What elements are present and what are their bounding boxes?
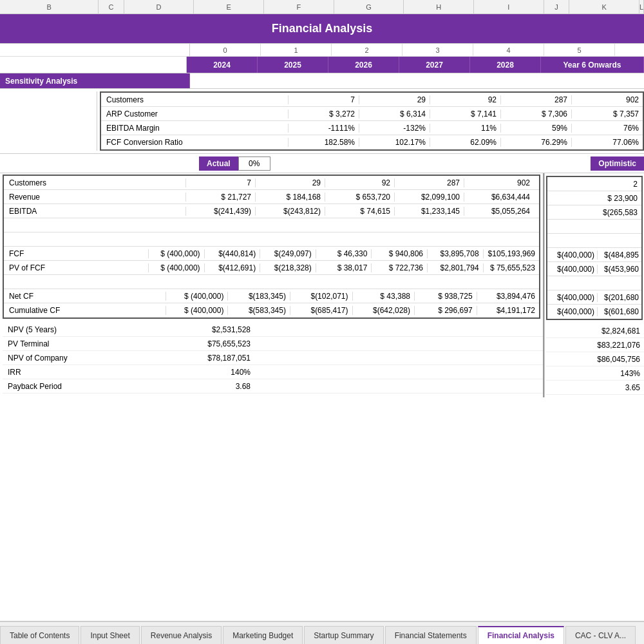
sensitivity-header: Sensitivity Analysis [0, 73, 190, 88]
fcf-2027: $ 46,330 [316, 249, 372, 258]
year-num-4: 4 [473, 44, 544, 56]
year-num-3: 3 [402, 44, 473, 56]
tab-financial-statements[interactable]: Financial Statements [385, 626, 477, 644]
fcf-2028: $ 940,806 [372, 249, 428, 258]
opt-pv-terminal: $83,221,076 [546, 338, 644, 352]
net-cf-label: Net CF [4, 292, 166, 301]
opt-revenue: $ 23,900 [547, 191, 641, 205]
optimistic-label: Optimistic [591, 156, 644, 171]
pv-fcf-label: PV of FCF [4, 263, 149, 272]
main-customers-2025: 29 [256, 178, 325, 187]
cum-cf-2027: $(642,028) [353, 306, 415, 315]
year-2024: 2024 [187, 57, 258, 73]
cum-cf-2025: $(583,345) [228, 306, 290, 315]
sens-fcf-2024: 182.58% [289, 138, 359, 147]
opt-customers: 2 [547, 177, 641, 191]
year-num-0: 0 [190, 44, 261, 56]
sens-customers-2026: 92 [430, 95, 501, 104]
tab-bar: Table of Contents Input Sheet Revenue An… [0, 621, 644, 644]
tab-table-of-contents[interactable]: Table of Contents [0, 626, 79, 644]
tab-marketing-budget[interactable]: Marketing Budget [223, 626, 303, 644]
tab-revenue-analysis[interactable]: Revenue Analysis [141, 626, 222, 644]
opt-pv-2: $(453,960 [598, 265, 641, 274]
main-ebitda-2026: $ 74,615 [325, 207, 395, 216]
year-2027: 2027 [399, 57, 470, 73]
main-ebitda-label: EBITDA [4, 207, 186, 216]
col-j: J [544, 0, 570, 14]
tab-input-sheet[interactable]: Input Sheet [80, 626, 139, 644]
tab-financial-analysis[interactable]: Financial Analysis [478, 626, 564, 644]
year-num-5: 5 [544, 44, 615, 56]
sens-arp-2025: $ 6,314 [359, 109, 430, 118]
sens-customers-2025: 29 [359, 95, 430, 104]
sens-ebitda-2027: 59% [501, 124, 572, 133]
pv-terminal-val: $75,655,523 [185, 339, 254, 348]
main-customers-2028: 902 [464, 178, 534, 187]
sens-fcf-2026: 62.09% [430, 138, 501, 147]
payback-label: Payback Period [3, 382, 185, 391]
tab-startup-summary[interactable]: Startup Summary [304, 626, 383, 644]
tab-cac-clv[interactable]: CAC - CLV A... [565, 626, 636, 644]
payback-val: 3.68 [185, 382, 254, 391]
opt-payback: 3.65 [546, 381, 644, 395]
main-customers-2024: 7 [186, 178, 256, 187]
col-headers: B C D E F G H I J K L [0, 0, 644, 14]
col-h: H [404, 0, 474, 14]
pv-fcf-2028: $ 722,736 [372, 263, 428, 272]
main-revenue-label: Revenue [4, 193, 186, 202]
col-i: I [474, 0, 544, 14]
col-l: L [639, 0, 644, 14]
col-e: E [194, 0, 264, 14]
net-cf-2025: $(183,345) [228, 292, 290, 301]
npv-company-val: $78,187,051 [185, 354, 254, 363]
net-cf-y6: $3,894,476 [477, 292, 539, 301]
sens-arp-2026: $ 7,141 [430, 109, 501, 118]
net-cf-2028: $ 938,725 [415, 292, 477, 301]
main-ebitda-2027: $1,233,145 [395, 207, 464, 216]
col-d: D [124, 0, 194, 14]
sens-ebitda-2025: -132% [359, 124, 430, 133]
sens-arp-2024: $ 3,272 [289, 109, 359, 118]
fcf-y6: $3,895,708 [428, 249, 484, 258]
actual-label: Actual [199, 156, 238, 171]
main-ebitda-2028: $5,055,264 [464, 207, 534, 216]
sens-ebitda-label: EBITDA Margin [101, 124, 289, 133]
main-revenue-2026: $ 653,720 [325, 193, 395, 202]
npv-company-label: NPV of Company [3, 354, 185, 363]
opt-irr: 143% [546, 366, 644, 381]
page-title: Financial Analysis [0, 14, 644, 44]
sens-arp-label: ARP Customer [101, 109, 289, 118]
cum-cf-y6: $4,191,172 [477, 306, 539, 315]
pv-fcf-2024: $ (400,000) [149, 263, 205, 272]
main-revenue-2028: $6,634,444 [464, 193, 534, 202]
cum-cf-label: Cumulative CF [4, 306, 166, 315]
sens-ebitda-2026: 11% [430, 124, 501, 133]
pv-fcf-terminal: $ 75,655,523 [484, 263, 539, 272]
fcf-2024: $ (400,000) [149, 249, 205, 258]
pv-fcf-2025: $(412,691) [205, 263, 261, 272]
irr-label: IRR [3, 368, 185, 377]
opt-fcf-2: $(484,895 [598, 251, 641, 260]
sens-customers-2024: 7 [289, 95, 359, 104]
sens-fcf-label: FCF Conversion Ratio [101, 138, 289, 147]
cum-cf-2024: $ (400,000) [166, 306, 229, 315]
fcf-2026: $(249,097) [260, 249, 316, 258]
npv5-val: $2,531,528 [185, 325, 254, 334]
year-2028: 2028 [470, 57, 541, 73]
col-b: B [0, 0, 99, 14]
sens-customers-2028: 902 [572, 95, 643, 104]
year-num-1: 1 [261, 44, 332, 56]
main-customers-2027: 287 [395, 178, 464, 187]
year-2026: 2026 [328, 57, 399, 73]
year-num-2: 2 [332, 44, 402, 56]
pv-terminal-label: PV Terminal [3, 339, 185, 348]
net-cf-2027: $ 43,388 [353, 292, 415, 301]
sens-fcf-2025: 102.17% [359, 138, 430, 147]
cum-cf-2028: $ 296,697 [415, 306, 477, 315]
opt-cum-1: $(400,000) [547, 307, 598, 316]
actual-value[interactable]: 0% [238, 156, 270, 171]
opt-cum-2: $(601,680 [598, 307, 641, 316]
main-ebitda-2024: $(241,439) [186, 207, 256, 216]
net-cf-2024: $ (400,000) [166, 292, 229, 301]
main-customers-2026: 92 [325, 178, 395, 187]
